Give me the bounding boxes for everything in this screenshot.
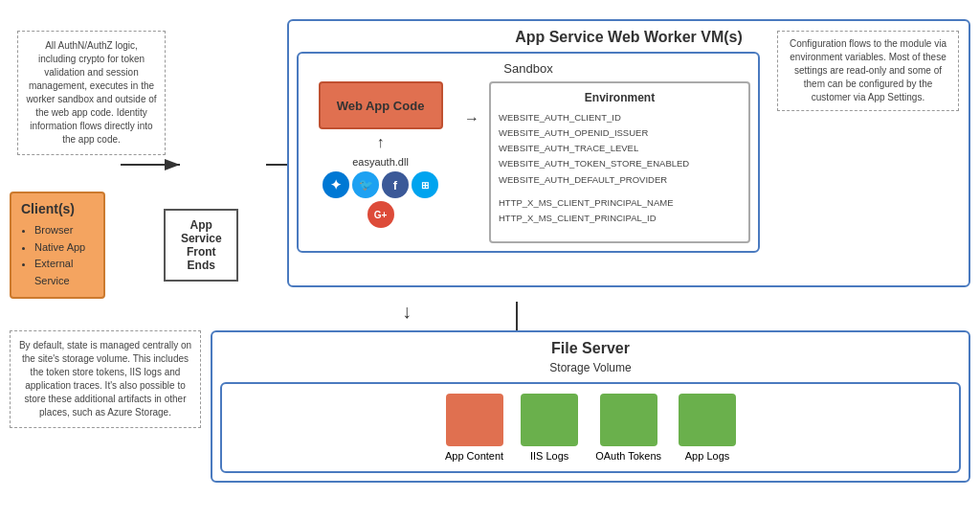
storage-volume-title: Storage Volume xyxy=(220,361,961,374)
storage-label-oauth-tokens: OAuth Tokens xyxy=(595,450,661,462)
facebook-icon: f xyxy=(382,171,409,198)
client-external: External Service xyxy=(34,256,94,289)
env-var-5: WEBSITE_AUTH_DEFAULT_PROVIDER xyxy=(499,172,741,188)
env-group-2: HTTP_X_MS_CLIENT_PRINCIPAL_NAME HTTP_X_M… xyxy=(499,195,741,226)
storage-block-iis-logs xyxy=(521,394,578,446)
twitter-icon: 🐦 xyxy=(352,171,379,198)
clients-title: Client(s) xyxy=(21,201,94,216)
storage-label-app-content: App Content xyxy=(445,450,503,462)
env-var-4: WEBSITE_AUTH_TOKEN_STORE_ENABLED xyxy=(499,156,741,171)
front-ends-box: App Service Front Ends xyxy=(164,209,238,282)
env-group-1: WEBSITE_AUTH_CLIENT_ID WEBSITE_AUTH_OPEN… xyxy=(499,110,741,188)
down-arrow-icon: ↓ xyxy=(402,301,412,323)
easyauth-label: easyauth.dll xyxy=(352,156,409,168)
env-vars: WEBSITE_AUTH_CLIENT_ID WEBSITE_AUTH_OPEN… xyxy=(499,110,741,226)
storage-block-app-content xyxy=(446,394,503,446)
note-auth-logic: All AuthN/AuthZ logic, including crypto … xyxy=(17,31,166,155)
env-var-7: HTTP_X_MS_CLIENT_PRINCIPAL_ID xyxy=(499,211,741,226)
note-storage-text: By default, state is managed centrally o… xyxy=(19,340,191,418)
environment-title: Environment xyxy=(499,91,741,104)
note-storage: By default, state is managed centrally o… xyxy=(10,330,201,428)
web-app-code-box: Web App Code xyxy=(319,81,443,129)
sandbox-title: Sandbox xyxy=(306,61,750,76)
up-arrow-icon: ↑ xyxy=(377,135,385,150)
web-app-code-label: Web App Code xyxy=(337,99,425,113)
right-arrow-env-icon: → xyxy=(462,110,481,127)
storage-block-app-logs xyxy=(679,394,736,446)
storage-volume-wrapper: Storage Volume App Content IIS Logs xyxy=(220,361,961,473)
easyauth-area: easyauth.dll ✦ 🐦 f ⊞ G+ xyxy=(314,156,448,228)
microsoft-icon: ⊞ xyxy=(412,171,438,198)
storage-label-iis-logs: IIS Logs xyxy=(530,450,568,462)
storage-block-oauth-tokens xyxy=(600,394,657,446)
front-ends-label: App Service Front Ends xyxy=(175,218,227,272)
easyauth-icons: ✦ 🐦 f ⊞ G+ xyxy=(314,171,448,228)
azure-icon: ✦ xyxy=(323,171,349,198)
sandbox-box: Sandbox Web App Code ↑ easy xyxy=(297,52,760,253)
google-icon: G+ xyxy=(368,201,394,228)
storage-item-app-content: App Content xyxy=(445,394,503,462)
client-native: Native App xyxy=(34,239,94,257)
file-server-box: File Server Storage Volume App Content xyxy=(211,330,970,483)
vm-outer-box: App Service Web Worker VM(s) Configurati… xyxy=(287,19,970,287)
env-var-2: WEBSITE_AUTH_OPENID_ISSUER xyxy=(499,125,741,141)
environment-box: Environment WEBSITE_AUTH_CLIENT_ID WEBSI… xyxy=(489,81,750,243)
note-config: Configuration flows to the module via en… xyxy=(777,31,959,111)
client-browser: Browser xyxy=(34,222,94,239)
note-config-text: Configuration flows to the module via en… xyxy=(790,38,947,102)
bottom-row: By default, state is managed centrally o… xyxy=(10,330,970,520)
env-var-6: HTTP_X_MS_CLIENT_PRINCIPAL_NAME xyxy=(499,195,741,211)
env-var-1: WEBSITE_AUTH_CLIENT_ID xyxy=(499,110,741,125)
storage-item-app-logs: App Logs xyxy=(679,394,736,462)
storage-volume-box: App Content IIS Logs OAuth Tokens xyxy=(220,382,961,473)
storage-label-app-logs: App Logs xyxy=(685,450,729,462)
file-server-title: File Server xyxy=(220,340,961,357)
env-var-3: WEBSITE_AUTH_TRACE_LEVEL xyxy=(499,141,741,156)
clients-box: Client(s) Browser Native App External Se… xyxy=(10,192,105,299)
storage-item-iis-logs: IIS Logs xyxy=(521,394,578,462)
storage-item-oauth-tokens: OAuth Tokens xyxy=(595,394,661,462)
